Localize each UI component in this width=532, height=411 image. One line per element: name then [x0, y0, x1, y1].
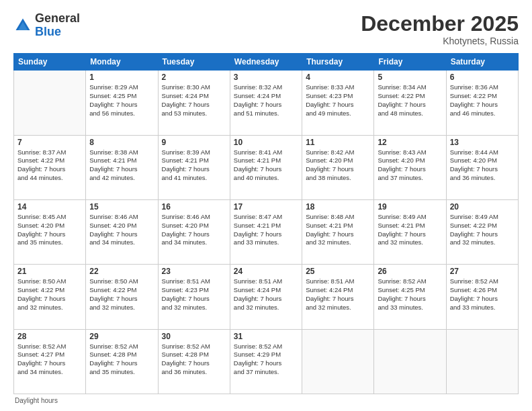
day-number: 3	[234, 73, 298, 82]
day-info: Sunrise: 8:43 AM Sunset: 4:20 PM Dayligh…	[378, 148, 442, 183]
logo: General Blue	[13, 12, 80, 39]
calendar-cell: 5Sunrise: 8:34 AM Sunset: 4:22 PM Daylig…	[374, 71, 446, 135]
day-number: 31	[234, 332, 298, 341]
day-info: Sunrise: 8:51 AM Sunset: 4:23 PM Dayligh…	[162, 277, 226, 312]
day-info: Sunrise: 8:52 AM Sunset: 4:29 PM Dayligh…	[234, 342, 298, 377]
weekday-header-tuesday: Tuesday	[158, 54, 230, 71]
calendar-cell: 23Sunrise: 8:51 AM Sunset: 4:23 PM Dayli…	[158, 265, 230, 329]
weekday-header-thursday: Thursday	[302, 54, 374, 71]
day-info: Sunrise: 8:50 AM Sunset: 4:22 PM Dayligh…	[17, 277, 82, 312]
weekday-header-sunday: Sunday	[14, 54, 86, 71]
weekday-header-saturday: Saturday	[446, 54, 518, 71]
calendar-week-4: 21Sunrise: 8:50 AM Sunset: 4:22 PM Dayli…	[14, 265, 519, 329]
day-info: Sunrise: 8:52 AM Sunset: 4:26 PM Dayligh…	[450, 277, 515, 312]
calendar-cell: 20Sunrise: 8:49 AM Sunset: 4:22 PM Dayli…	[446, 199, 518, 264]
calendar-cell: 7Sunrise: 8:37 AM Sunset: 4:22 PM Daylig…	[14, 135, 86, 199]
calendar-cell: 25Sunrise: 8:51 AM Sunset: 4:24 PM Dayli…	[302, 265, 374, 329]
day-info: Sunrise: 8:36 AM Sunset: 4:22 PM Dayligh…	[450, 83, 515, 118]
day-info: Sunrise: 8:32 AM Sunset: 4:24 PM Dayligh…	[234, 83, 298, 118]
calendar-cell: 10Sunrise: 8:41 AM Sunset: 4:21 PM Dayli…	[230, 135, 302, 199]
calendar-cell: 24Sunrise: 8:51 AM Sunset: 4:24 PM Dayli…	[230, 265, 302, 329]
day-info: Sunrise: 8:47 AM Sunset: 4:21 PM Dayligh…	[234, 213, 298, 247]
day-number: 8	[89, 138, 154, 147]
calendar-cell: 22Sunrise: 8:50 AM Sunset: 4:22 PM Dayli…	[86, 265, 158, 329]
calendar-cell: 21Sunrise: 8:50 AM Sunset: 4:22 PM Dayli…	[14, 265, 86, 329]
day-info: Sunrise: 8:51 AM Sunset: 4:24 PM Dayligh…	[306, 277, 370, 312]
day-info: Sunrise: 8:46 AM Sunset: 4:20 PM Dayligh…	[162, 213, 226, 247]
calendar-cell: 14Sunrise: 8:45 AM Sunset: 4:20 PM Dayli…	[14, 199, 86, 264]
day-info: Sunrise: 8:51 AM Sunset: 4:24 PM Dayligh…	[234, 277, 298, 312]
day-info: Sunrise: 8:42 AM Sunset: 4:20 PM Dayligh…	[306, 148, 370, 183]
location-subtitle: Khotynets, Russia	[361, 36, 519, 46]
day-number: 21	[17, 267, 82, 276]
logo-blue-text: Blue	[35, 25, 61, 38]
calendar-week-2: 7Sunrise: 8:37 AM Sunset: 4:22 PM Daylig…	[14, 135, 519, 199]
day-info: Sunrise: 8:52 AM Sunset: 4:28 PM Dayligh…	[162, 342, 226, 377]
day-number: 28	[17, 332, 82, 341]
day-info: Sunrise: 8:29 AM Sunset: 4:25 PM Dayligh…	[89, 83, 154, 118]
page: General Blue December 2025 Khotynets, Ru…	[0, 0, 532, 411]
calendar-cell: 30Sunrise: 8:52 AM Sunset: 4:28 PM Dayli…	[158, 329, 230, 394]
day-info: Sunrise: 8:30 AM Sunset: 4:24 PM Dayligh…	[162, 83, 226, 118]
day-number: 13	[450, 138, 515, 147]
footer-note: Daylight hours	[13, 397, 519, 404]
calendar-cell: 6Sunrise: 8:36 AM Sunset: 4:22 PM Daylig…	[446, 71, 518, 135]
day-number: 30	[162, 332, 226, 341]
day-number: 20	[450, 202, 515, 212]
day-number: 27	[450, 267, 515, 276]
day-info: Sunrise: 8:34 AM Sunset: 4:22 PM Dayligh…	[378, 83, 442, 118]
calendar-cell: 9Sunrise: 8:39 AM Sunset: 4:21 PM Daylig…	[158, 135, 230, 199]
calendar-cell	[446, 329, 518, 394]
day-info: Sunrise: 8:46 AM Sunset: 4:20 PM Dayligh…	[89, 213, 154, 247]
calendar-table: SundayMondayTuesdayWednesdayThursdayFrid…	[13, 53, 519, 394]
day-info: Sunrise: 8:38 AM Sunset: 4:21 PM Dayligh…	[89, 148, 154, 183]
day-number: 23	[162, 267, 226, 276]
day-info: Sunrise: 8:39 AM Sunset: 4:21 PM Dayligh…	[162, 148, 226, 183]
day-number: 11	[306, 138, 370, 147]
calendar-cell: 2Sunrise: 8:30 AM Sunset: 4:24 PM Daylig…	[158, 71, 230, 135]
day-number: 10	[234, 138, 298, 147]
day-info: Sunrise: 8:37 AM Sunset: 4:22 PM Dayligh…	[17, 148, 82, 183]
day-number: 25	[306, 267, 370, 276]
calendar-cell: 31Sunrise: 8:52 AM Sunset: 4:29 PM Dayli…	[230, 329, 302, 394]
calendar-cell	[302, 329, 374, 394]
calendar-cell: 28Sunrise: 8:52 AM Sunset: 4:27 PM Dayli…	[14, 329, 86, 394]
calendar-cell: 26Sunrise: 8:52 AM Sunset: 4:25 PM Dayli…	[374, 265, 446, 329]
day-info: Sunrise: 8:49 AM Sunset: 4:21 PM Dayligh…	[378, 213, 442, 247]
calendar-cell: 13Sunrise: 8:44 AM Sunset: 4:20 PM Dayli…	[446, 135, 518, 199]
day-info: Sunrise: 8:52 AM Sunset: 4:28 PM Dayligh…	[89, 342, 154, 377]
calendar-week-5: 28Sunrise: 8:52 AM Sunset: 4:27 PM Dayli…	[14, 329, 519, 394]
calendar-cell	[14, 71, 86, 135]
day-number: 4	[306, 73, 370, 82]
day-info: Sunrise: 8:48 AM Sunset: 4:21 PM Dayligh…	[306, 213, 370, 247]
day-number: 17	[234, 202, 298, 212]
calendar-cell: 15Sunrise: 8:46 AM Sunset: 4:20 PM Dayli…	[86, 199, 158, 264]
calendar-cell: 3Sunrise: 8:32 AM Sunset: 4:24 PM Daylig…	[230, 71, 302, 135]
day-number: 26	[378, 267, 442, 276]
calendar-cell: 12Sunrise: 8:43 AM Sunset: 4:20 PM Dayli…	[374, 135, 446, 199]
weekday-header-wednesday: Wednesday	[230, 54, 302, 71]
title-block: December 2025 Khotynets, Russia	[361, 12, 519, 46]
calendar-cell: 27Sunrise: 8:52 AM Sunset: 4:26 PM Dayli…	[446, 265, 518, 329]
day-info: Sunrise: 8:50 AM Sunset: 4:22 PM Dayligh…	[89, 277, 154, 312]
day-number: 9	[162, 138, 226, 147]
logo-general-text: General	[35, 11, 80, 25]
logo-text: General Blue	[35, 12, 80, 39]
calendar-cell: 1Sunrise: 8:29 AM Sunset: 4:25 PM Daylig…	[86, 71, 158, 135]
day-info: Sunrise: 8:44 AM Sunset: 4:20 PM Dayligh…	[450, 148, 515, 183]
calendar-cell: 17Sunrise: 8:47 AM Sunset: 4:21 PM Dayli…	[230, 199, 302, 264]
day-number: 7	[17, 138, 82, 147]
header: General Blue December 2025 Khotynets, Ru…	[13, 12, 519, 46]
day-number: 12	[378, 138, 442, 147]
calendar-week-1: 1Sunrise: 8:29 AM Sunset: 4:25 PM Daylig…	[14, 71, 519, 135]
day-number: 29	[89, 332, 154, 341]
calendar-cell: 29Sunrise: 8:52 AM Sunset: 4:28 PM Dayli…	[86, 329, 158, 394]
calendar-cell: 4Sunrise: 8:33 AM Sunset: 4:23 PM Daylig…	[302, 71, 374, 135]
weekday-header-monday: Monday	[86, 54, 158, 71]
day-info: Sunrise: 8:52 AM Sunset: 4:25 PM Dayligh…	[378, 277, 442, 312]
month-title: December 2025	[361, 12, 519, 36]
calendar-cell: 18Sunrise: 8:48 AM Sunset: 4:21 PM Dayli…	[302, 199, 374, 264]
day-number: 15	[89, 202, 154, 212]
calendar-cell: 8Sunrise: 8:38 AM Sunset: 4:21 PM Daylig…	[86, 135, 158, 199]
day-number: 14	[17, 202, 82, 212]
